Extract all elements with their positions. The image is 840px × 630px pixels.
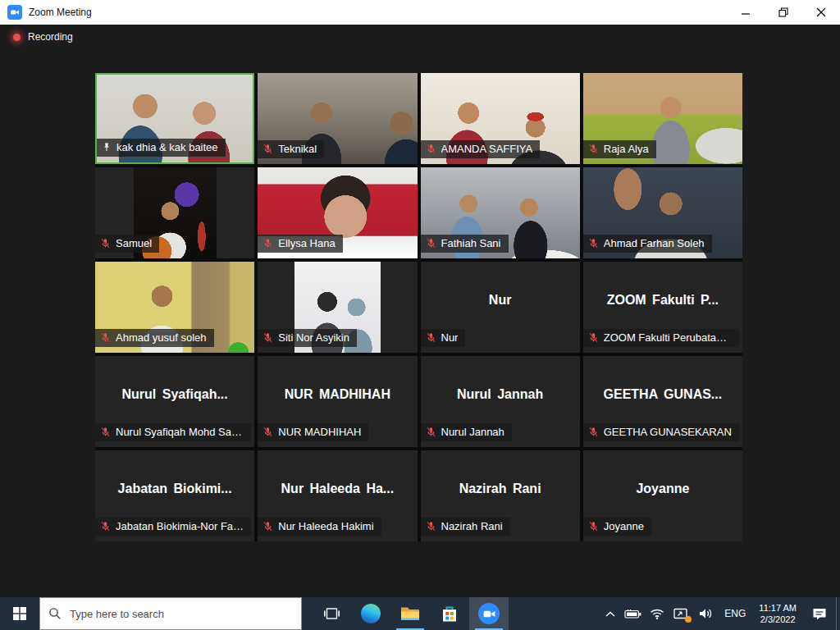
participant-center-name: NUR MADHIHAH	[261, 356, 413, 432]
participant-name-text: AMANDA SAFFIYA	[441, 143, 533, 155]
video-tile[interactable]: Samuel	[95, 167, 254, 258]
start-button[interactable]	[0, 597, 39, 630]
mic-muted-icon	[426, 427, 436, 437]
participant-grid: kak dhia & kak baitee Teknikal	[95, 73, 742, 541]
video-tile[interactable]: kak dhia & kak baitee	[95, 73, 254, 164]
participant-name-label: GEETHA GUNASEKARAN	[583, 423, 739, 441]
participant-name-label: Nazirah Rani	[421, 518, 510, 536]
mic-muted-icon	[426, 521, 436, 532]
action-center-icon[interactable]	[803, 597, 836, 630]
zoom-icon	[478, 603, 500, 624]
edge-taskbar-icon[interactable]	[351, 597, 390, 630]
participant-name-label: Fathiah Sani	[421, 235, 509, 253]
participant-center-name: GEETHA GUNAS...	[587, 356, 739, 432]
mic-muted-icon	[588, 238, 599, 249]
video-tile[interactable]: Nur Haleeda Ha... Nur Haleeda Hakimi	[258, 450, 417, 541]
video-tile[interactable]: Siti Nor Asyikin	[258, 262, 417, 353]
participant-center-name: Nurul Jannah	[424, 356, 577, 432]
participant-center-name: Nur Haleeda Ha...	[261, 450, 413, 527]
file-explorer-taskbar-icon[interactable]	[390, 597, 430, 630]
microsoft-store-icon	[441, 605, 459, 623]
language-indicator[interactable]: ENG	[718, 597, 752, 630]
zoom-taskbar-icon[interactable]	[469, 597, 509, 630]
mic-muted-icon	[426, 144, 436, 154]
mic-muted-icon	[426, 332, 436, 343]
participant-name-text: Fathiah Sani	[441, 237, 501, 249]
edge-icon	[361, 604, 381, 623]
search-input[interactable]	[70, 608, 275, 620]
mic-muted-icon	[100, 332, 111, 343]
participant-name-text: Ellysa Hana	[278, 237, 335, 249]
video-tile[interactable]: Nur Nur	[421, 262, 580, 353]
restore-button[interactable]	[765, 0, 802, 25]
participant-name-text: Nazirah Rani	[441, 520, 503, 532]
participant-name-text: Jabatan Biokimia-Nor Faeiz...	[116, 520, 244, 532]
participant-name-text: GEETHA GUNASEKARAN	[604, 426, 732, 438]
participant-center-name: ZOOM Fakulti P...	[587, 262, 739, 338]
taskbar: ENG 11:17 AM 2/3/2022	[0, 597, 840, 630]
mic-muted-icon	[426, 238, 436, 249]
taskbar-clock[interactable]: 11:17 AM 2/3/2022	[752, 597, 803, 630]
window-title: Zoom Meeting	[29, 7, 92, 18]
pin-icon	[102, 142, 112, 153]
mic-muted-icon	[262, 238, 273, 249]
video-tile[interactable]: Fathiah Sani	[421, 167, 580, 258]
participant-center-name: Nazirah Rani	[424, 450, 577, 527]
screen-share-icon[interactable]	[669, 597, 693, 630]
participant-name-label: Nur	[421, 329, 466, 347]
mic-muted-icon	[588, 144, 599, 154]
close-button[interactable]	[802, 0, 840, 25]
video-tile[interactable]: Joyanne Joyanne	[583, 450, 742, 541]
video-tile[interactable]: Nurul Jannah Nurul Jannah	[421, 356, 580, 447]
window-titlebar: Zoom Meeting	[0, 0, 840, 25]
video-tile[interactable]: GEETHA GUNAS... GEETHA GUNASEKARAN	[583, 356, 742, 447]
participant-center-name: Joyanne	[587, 450, 739, 527]
file-explorer-icon	[400, 605, 420, 622]
video-tile[interactable]: Teknikal	[258, 73, 417, 164]
video-tile[interactable]: Ahmad yusuf soleh	[95, 262, 254, 353]
video-tile[interactable]: Raja Alya	[583, 73, 742, 164]
participant-name-text: Joyanne	[604, 520, 644, 532]
participant-name-label: ZOOM Fakulti Perubatan 1...	[583, 329, 739, 347]
participant-name-label: Samuel	[95, 235, 159, 253]
video-tile[interactable]: AMANDA SAFFIYA	[421, 73, 580, 164]
participant-name-text: Samuel	[116, 237, 152, 249]
minimize-button[interactable]	[727, 0, 765, 25]
participant-name-label: Nurul Jannah	[421, 423, 512, 441]
participant-center-name: Jabatan Biokimi...	[98, 450, 251, 527]
participant-name-text: Teknikal	[278, 143, 317, 155]
video-tile[interactable]: Ellysa Hana	[258, 167, 417, 258]
taskbar-search[interactable]	[39, 597, 302, 630]
wifi-icon[interactable]	[646, 597, 669, 630]
recording-label: Recording	[28, 31, 73, 43]
video-tile[interactable]: Nurul Syafiqah... Nurul Syafiqah Mohd Sa…	[95, 356, 254, 447]
mic-muted-icon	[588, 521, 599, 532]
store-taskbar-icon[interactable]	[430, 597, 469, 630]
meeting-area: Recording kak dhia & kak baitee	[0, 25, 840, 597]
battery-icon[interactable]	[621, 597, 646, 630]
mic-muted-icon	[262, 332, 273, 343]
participant-name-text: Ahmad Farhan Soleh	[604, 237, 705, 249]
video-tile[interactable]: Jabatan Biokimi... Jabatan Biokimia-Nor …	[95, 450, 254, 541]
participant-center-name: Nurul Syafiqah...	[98, 356, 251, 432]
tray-chevron-up-icon[interactable]	[600, 597, 621, 630]
participant-name-label: Nurul Syafiqah Mohd Sah...	[95, 423, 251, 441]
task-view-button[interactable]	[312, 597, 351, 630]
participant-name-label: kak dhia & kak baitee	[97, 139, 226, 157]
mic-muted-icon	[588, 427, 599, 437]
participant-name-label: Joyanne	[583, 518, 651, 536]
participant-name-text: Siti Nor Asyikin	[278, 331, 349, 344]
participant-name-label: Jabatan Biokimia-Nor Faeiz...	[95, 518, 251, 536]
video-tile[interactable]: NUR MADHIHAH NUR MADHIHAH	[258, 356, 417, 447]
participant-name-text: ZOOM Fakulti Perubatan 1...	[604, 331, 732, 344]
video-tile[interactable]: ZOOM Fakulti P... ZOOM Fakulti Perubatan…	[583, 262, 742, 353]
video-tile[interactable]: Ahmad Farhan Soleh	[583, 167, 742, 258]
participant-name-text: Nurul Syafiqah Mohd Sah...	[116, 426, 244, 438]
notification-dot	[685, 616, 692, 623]
mic-muted-icon	[588, 332, 599, 343]
participant-name-label: Ahmad yusuf soleh	[95, 329, 214, 347]
show-desktop-button[interactable]	[836, 597, 840, 630]
volume-icon[interactable]	[693, 597, 718, 630]
video-tile[interactable]: Nazirah Rani Nazirah Rani	[421, 450, 580, 541]
participant-name-label: Ahmad Farhan Soleh	[583, 235, 712, 253]
